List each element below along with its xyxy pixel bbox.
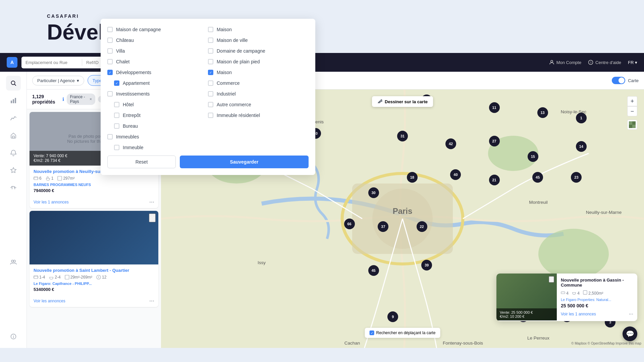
dd-item-maison-ville[interactable]: Maison de ville <box>208 36 309 44</box>
map-style-button[interactable] <box>627 120 637 130</box>
dd-checkbox-chalet[interactable] <box>107 59 113 64</box>
dd-checkbox-hotel[interactable] <box>114 102 119 107</box>
map-marker-1[interactable]: 1 <box>576 113 587 123</box>
dd-item-bureau[interactable]: Bureau <box>107 122 208 130</box>
sidebar-item-search[interactable] <box>6 76 21 90</box>
dd-checkbox-investissements[interactable] <box>107 91 113 97</box>
results-info-icon[interactable]: ℹ <box>62 97 64 102</box>
dd-checkbox-immeuble-residentiel[interactable] <box>208 113 213 118</box>
map-marker-45b[interactable]: 45 <box>368 265 379 276</box>
dropdown-save-button[interactable]: Sauvegarder <box>180 156 309 168</box>
map-marker-23[interactable]: 23 <box>571 172 582 183</box>
map-marker-31[interactable]: 31 <box>397 131 408 141</box>
card-2-link[interactable]: Voir les annonces <box>34 299 65 303</box>
dd-item-industriel[interactable]: Industriel <box>208 90 309 98</box>
map-marker-18[interactable]: 18 <box>407 172 418 183</box>
dd-checkbox-commerce[interactable] <box>208 80 213 86</box>
help-link[interactable]: ? Centre d'aide <box>588 60 621 65</box>
dd-checkbox-domaine[interactable] <box>208 48 213 54</box>
dd-item-immeuble[interactable]: Immeuble <box>107 143 208 152</box>
map-marker-27[interactable]: 27 <box>489 136 500 146</box>
dd-checkbox-maison-campagne[interactable] <box>107 27 113 32</box>
map-marker-22[interactable]: 22 <box>417 221 427 232</box>
card-2-favorite-button[interactable]: ☆ <box>149 214 156 222</box>
dd-checkbox-developpements[interactable]: ✓ <box>107 70 113 75</box>
map-marker-11[interactable]: 11 <box>489 102 500 113</box>
dd-item-maison-campagne[interactable]: Maison de campagne <box>107 25 208 34</box>
sidebar-item-handshake[interactable] <box>6 180 21 195</box>
map-marker-37[interactable]: 37 <box>378 221 388 232</box>
dd-item-maison-checked[interactable]: ✓ Maison <box>208 68 309 76</box>
map-marker-30[interactable]: 30 <box>368 187 379 198</box>
dd-item-chateau[interactable]: Château <box>107 36 208 44</box>
sidebar-item-star[interactable] <box>6 163 21 178</box>
dd-item-autre-commerce[interactable]: Autre commerce <box>208 101 309 109</box>
dd-checkbox-appartement[interactable]: ✓ <box>114 80 119 86</box>
dropdown-reset-button[interactable]: Reset <box>107 156 176 168</box>
map-marker-14[interactable]: 14 <box>576 141 587 152</box>
dd-checkbox-industriel[interactable] <box>208 91 213 97</box>
map-marker-21[interactable]: 21 <box>489 175 500 185</box>
sidebar-item-home[interactable] <box>6 128 21 143</box>
map-marker-40[interactable]: 40 <box>450 169 461 180</box>
card-2-title[interactable]: Nouvelle promotion à Saint Lambert - Qua… <box>34 268 154 273</box>
dd-checkbox-bureau[interactable] <box>114 123 119 129</box>
dd-checkbox-immeuble[interactable] <box>114 145 119 150</box>
map-marker-39[interactable]: 39 <box>421 260 432 270</box>
dd-item-domaine[interactable]: Domaine de campagne <box>208 47 309 55</box>
dd-item-immeuble-residentiel[interactable]: Immeuble résidentiel <box>208 111 309 119</box>
language-selector[interactable]: FR ▾ <box>628 60 637 65</box>
dd-item-commerce[interactable]: Commerce <box>208 79 309 87</box>
popup-title[interactable]: Nouvelle promotion à Gassin - Commune <box>561 278 633 288</box>
map-marker-42[interactable]: 42 <box>445 138 456 149</box>
popup-favorite-button[interactable]: ☆ <box>549 276 554 283</box>
dd-checkbox-entrepot[interactable] <box>114 113 119 118</box>
dd-checkbox-villa[interactable] <box>107 48 113 54</box>
map-marker-15[interactable]: 15 <box>528 151 538 162</box>
account-link[interactable]: Mon Compte <box>549 60 581 65</box>
dd-item-maison[interactable]: Maison <box>208 25 309 34</box>
dd-item-entrepot[interactable]: Entrepôt <box>107 111 208 119</box>
dd-item-developpements[interactable]: ✓ Développements <box>107 68 208 76</box>
dd-item-chalet[interactable]: Chalet <box>107 58 208 66</box>
dd-item-hotel[interactable]: Hôtel <box>107 101 208 109</box>
location-search-input[interactable] <box>21 57 82 68</box>
dd-checkbox-autre-commerce[interactable] <box>208 102 213 107</box>
map-marker-13[interactable]: 13 <box>537 107 548 118</box>
dd-checkbox-maison-checked[interactable]: ✓ <box>208 70 213 75</box>
dd-checkbox-maison-ville[interactable] <box>208 38 213 43</box>
dd-item-plain-pied[interactable]: Maison de plain pied <box>208 58 309 66</box>
dd-checkbox-maison[interactable] <box>208 27 213 32</box>
card-1-link[interactable]: Voir les 1 annonces <box>34 200 69 204</box>
card-2-more-button[interactable]: ··· <box>149 297 154 304</box>
map-toggle-switch[interactable] <box>612 77 625 84</box>
svg-rect-17 <box>58 176 62 180</box>
dd-checkbox-immeubles[interactable] <box>107 134 113 139</box>
dd-item-villa[interactable]: Villa <box>107 47 208 55</box>
popup-more-button[interactable]: ··· <box>629 311 633 317</box>
tag-france-close[interactable]: × <box>90 97 92 102</box>
zoom-in-button[interactable]: + <box>627 96 637 106</box>
sidebar-item-users[interactable] <box>6 255 21 269</box>
card-1-more-button[interactable]: ··· <box>149 198 154 205</box>
sidebar-item-analytics[interactable] <box>6 93 21 108</box>
chat-button[interactable]: 💬 <box>623 326 637 341</box>
svg-rect-46 <box>583 291 587 294</box>
dd-checkbox-chateau[interactable] <box>107 38 113 43</box>
sidebar-item-bell[interactable] <box>6 145 21 160</box>
zoom-out-button[interactable]: − <box>627 106 637 116</box>
svg-rect-18 <box>34 277 38 279</box>
dd-item-immeubles[interactable]: Immeubles <box>107 133 208 141</box>
map-marker-45[interactable]: 45 <box>532 172 543 183</box>
sidebar-item-info[interactable] <box>6 329 21 344</box>
dd-item-appartement[interactable]: ✓ Appartement <box>107 79 208 87</box>
particulier-agence-filter[interactable]: Particulier | Agence ▾ <box>32 76 84 85</box>
dd-item-investissements[interactable]: Investissements <box>107 90 208 98</box>
search-while-moving-checkbox[interactable]: ✓ <box>370 330 374 335</box>
sidebar-item-chart[interactable] <box>6 111 21 125</box>
map-marker-66[interactable]: 66 <box>344 219 355 229</box>
draw-on-map-button[interactable]: Dessiner sur la carte <box>372 96 433 107</box>
map-marker-9[interactable]: 9 <box>387 311 398 322</box>
dd-checkbox-plain-pied[interactable] <box>208 59 213 64</box>
popup-link[interactable]: Voir les 1 annonces <box>561 312 596 316</box>
